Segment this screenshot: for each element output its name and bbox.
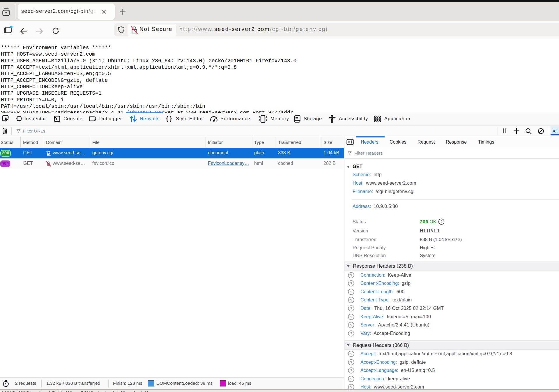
svg-text:?: ? bbox=[350, 377, 352, 381]
svg-text:?: ? bbox=[350, 298, 352, 302]
svg-text:?: ? bbox=[350, 281, 352, 286]
svg-text:?: ? bbox=[350, 273, 352, 278]
svg-text:?: ? bbox=[350, 385, 352, 389]
svg-text:?: ? bbox=[440, 220, 443, 224]
svg-text:?: ? bbox=[350, 315, 352, 319]
svg-text:?: ? bbox=[350, 360, 352, 364]
svg-text:?: ? bbox=[350, 368, 352, 373]
svg-text:?: ? bbox=[350, 289, 352, 294]
svg-text:?: ? bbox=[350, 331, 352, 336]
svg-text:?: ? bbox=[350, 352, 352, 356]
svg-text:?: ? bbox=[350, 323, 352, 327]
svg-text:?: ? bbox=[350, 306, 352, 311]
